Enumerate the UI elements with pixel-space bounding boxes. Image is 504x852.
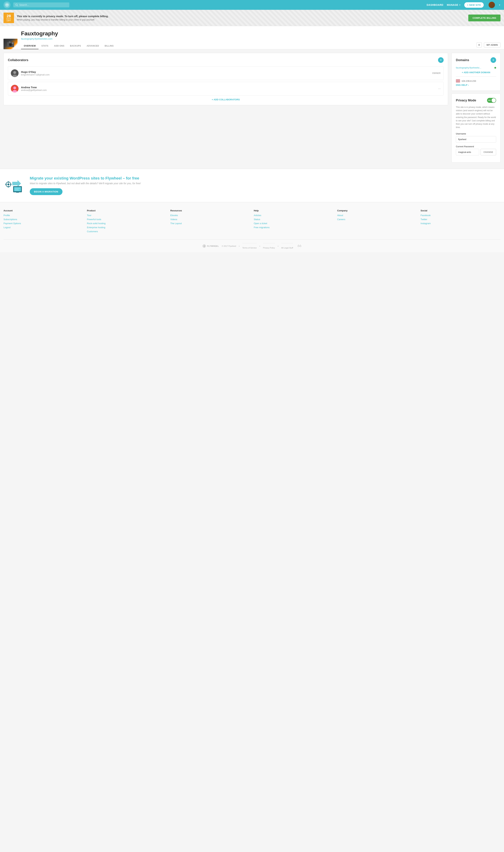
tab-backups[interactable]: BACKUPS <box>67 43 84 49</box>
footer-link-ticket[interactable]: Open a ticket <box>254 222 334 225</box>
footer-link-subscriptions[interactable]: Subscriptions <box>3 218 84 221</box>
footer-link-layout[interactable]: The Layout <box>170 222 250 225</box>
svg-point-1 <box>6 4 8 5</box>
tab-overview[interactable]: OVERVIEW <box>21 43 38 49</box>
logo[interactable] <box>3 1 11 8</box>
footer-link-videos[interactable]: Videos <box>170 218 250 221</box>
footer-link-about[interactable]: About <box>337 214 417 216</box>
footer-col-help: Help Articles Status Open a ticket Free … <box>254 209 334 234</box>
footer-link-facebook[interactable]: Facebook <box>420 214 501 216</box>
collaborator-row: Hugo O'Day kmgrohmann+1@gmail.com OWNER <box>8 66 444 80</box>
svg-point-14 <box>13 71 16 74</box>
footer-privacy-link[interactable]: Privacy Policy <box>263 243 275 249</box>
manage-chevron-icon: ▼ <box>459 4 461 6</box>
username-form-group: Username <box>456 133 496 142</box>
svg-rect-22 <box>8 186 9 187</box>
svg-point-32 <box>204 245 205 247</box>
footer-col-product: Product Tour Powerful tools Rock-solid h… <box>87 209 167 234</box>
collaborators-card: Collaborators + Hugo O'Day kmgrohmann+1@… <box>3 53 448 105</box>
nav-dashboard[interactable]: DASHBOARD <box>427 3 444 6</box>
footer-link-instagram[interactable]: Instagram <box>420 222 501 225</box>
andrea-menu-button[interactable]: ··· <box>438 87 440 90</box>
footer-link-customers[interactable]: Customers <box>87 230 167 233</box>
domains-card: Domains + fauxtography.flywheelsi... + A… <box>451 53 501 91</box>
collaborators-card-header: Collaborators + <box>8 57 444 63</box>
footer-link-twitter[interactable]: Twitter <box>420 218 501 221</box>
us-flag-icon <box>456 80 460 82</box>
footer-link-logout[interactable]: Logout <box>3 226 84 229</box>
hugo-name: Hugo O'Day <box>21 70 432 73</box>
tab-addons[interactable]: ADD-ONS <box>51 43 67 49</box>
site-tab-actions: ⚙ WP ADMIN <box>476 42 501 49</box>
svg-rect-24 <box>10 184 11 185</box>
dns-help-link[interactable]: DNS HELP › <box>456 84 496 86</box>
domains-card-header: Domains + <box>456 57 496 63</box>
footer-bullet-1: • <box>239 245 239 247</box>
change-password-button[interactable]: CHANGE <box>481 149 496 155</box>
days-badge: 28 DAYS LEFT <box>3 13 14 23</box>
days-left-label: LEFT <box>7 20 11 21</box>
svg-point-12 <box>12 42 13 44</box>
tab-stats[interactable]: STATS <box>38 43 51 49</box>
footer-bullet-3: • <box>278 245 278 247</box>
site-info: Fauxtography fauxtography.flywheelsites.… <box>21 30 476 49</box>
svg-point-17 <box>13 87 16 89</box>
svg-point-20 <box>7 184 10 186</box>
footer-link-payment[interactable]: Payment Options <box>3 222 84 225</box>
footer-link-profile[interactable]: Profile <box>3 214 84 216</box>
search-input[interactable] <box>19 3 67 6</box>
tab-billing[interactable]: BILLING <box>102 43 116 49</box>
add-another-domain-link[interactable]: + ADD ANOTHER DOMAIN <box>456 71 496 74</box>
search-bar[interactable] <box>13 2 69 7</box>
footer-link-articles[interactable]: Articles <box>254 214 334 216</box>
tab-advanced[interactable]: ADVANCED <box>84 43 102 49</box>
footer-col-help-title: Help <box>254 209 334 212</box>
billing-primary-message: This site is currently in privacy mode. … <box>17 15 465 18</box>
footer-link-enterprise[interactable]: Enterprise hosting <box>87 226 167 229</box>
settings-button[interactable]: ⚙ <box>476 42 482 48</box>
search-icon <box>15 4 18 6</box>
add-domain-button[interactable]: + <box>490 57 496 63</box>
footer-link-status[interactable]: Status <box>254 218 334 221</box>
collaborator-row: Andrea Trew andrea@getflywheel.com ··· <box>8 82 444 95</box>
username-input[interactable] <box>456 136 496 142</box>
avatar-dropdown-icon[interactable]: ▼ <box>499 4 501 6</box>
site-url-link[interactable]: fauxtography.flywheelsites.com <box>21 37 476 40</box>
migration-title-text: Migrate your existing WordPress sites to… <box>30 176 131 180</box>
footer-link-ebooks[interactable]: Ebooks <box>170 214 250 216</box>
add-collaborator-button[interactable]: + <box>438 57 444 63</box>
footer-link-rock-solid[interactable]: Rock-solid hosting <box>87 222 167 225</box>
site-tabs: OVERVIEW STATS ADD-ONS BACKUPS ADVANCED … <box>21 43 476 49</box>
right-panel: Domains + fauxtography.flywheelsi... + A… <box>451 53 501 165</box>
user-avatar[interactable] <box>489 2 495 8</box>
add-collaborators-link[interactable]: + ADD COLLABORATORS <box>8 98 444 101</box>
footer-col-social-title: Social <box>420 209 501 212</box>
andrea-email: andrea@getflywheel.com <box>21 89 438 91</box>
footer-brand: FLYWHEEL <box>207 245 219 247</box>
footer-col-company-title: Company <box>337 209 417 212</box>
privacy-mode-toggle[interactable]: ON <box>487 98 496 103</box>
begin-migration-button[interactable]: BEGIN A MIGRATION <box>30 188 62 195</box>
new-site-button[interactable]: + NEW SITE <box>464 2 484 8</box>
footer-link-free-migrations[interactable]: Free migrations <box>254 226 334 229</box>
footer-link-powerful-tools[interactable]: Powerful tools <box>87 218 167 221</box>
password-input[interactable] <box>456 149 479 155</box>
complete-billing-button[interactable]: COMPLETE BILLING <box>468 15 501 21</box>
footer-terms-link[interactable]: Terms of Service <box>242 243 257 249</box>
billing-message: This site is currently in privacy mode. … <box>17 15 465 21</box>
main-content: Collaborators + Hugo O'Day kmgrohmann+1@… <box>0 49 504 169</box>
header: DASHBOARD MANAGE ▼ + NEW SITE ▼ <box>0 0 504 10</box>
footer: Account Profile Subscriptions Payment Op… <box>0 202 504 253</box>
footer-legal-link[interactable]: All Legal Stuff <box>281 243 293 249</box>
footer-col-account-title: Account <box>3 209 84 212</box>
footer-col-resources-title: Resources <box>170 209 250 212</box>
nav-manage[interactable]: MANAGE ▼ <box>447 3 461 6</box>
footer-col-social: Social Facebook Twitter Instagram <box>420 209 501 234</box>
footer-link-tour[interactable]: Tour <box>87 214 167 216</box>
hugo-info: Hugo O'Day kmgrohmann+1@gmail.com <box>21 70 432 76</box>
footer-link-careers[interactable]: Careers <box>337 218 417 221</box>
wp-admin-button[interactable]: WP ADMIN <box>484 42 501 48</box>
migration-title-free: free <box>132 176 139 180</box>
password-input-group: CHANGE <box>456 149 496 155</box>
migration-icon <box>3 176 24 195</box>
